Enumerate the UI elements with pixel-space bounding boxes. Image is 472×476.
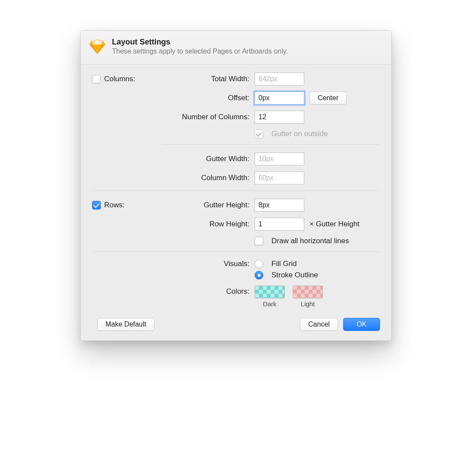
- layout-settings-dialog: Layout Settings These settings apply to …: [80, 30, 392, 341]
- dialog-header: Layout Settings These settings apply to …: [81, 31, 391, 65]
- columns-section-label: Columns:: [104, 75, 135, 83]
- fill-grid-label: Fill Grid: [271, 260, 297, 268]
- dark-color-label: Dark: [263, 300, 277, 308]
- dialog-footer: Make Default Cancel OK: [92, 318, 380, 331]
- ok-button[interactable]: OK: [343, 318, 380, 331]
- row-height-label: Row Height:: [148, 220, 255, 228]
- total-width-field[interactable]: [255, 73, 304, 86]
- gutter-height-label: Gutter Height:: [148, 201, 255, 209]
- columns-checkbox[interactable]: [92, 75, 101, 83]
- dialog-title: Layout Settings: [112, 38, 288, 47]
- colors-label: Colors:: [148, 286, 255, 296]
- offset-label: Offset:: [148, 94, 255, 102]
- cancel-button[interactable]: Cancel: [300, 318, 338, 331]
- num-columns-label: Number of Columns:: [148, 113, 255, 121]
- center-button[interactable]: Center: [309, 92, 347, 105]
- divider: [92, 190, 380, 191]
- row-height-field[interactable]: [255, 218, 304, 231]
- gutter-height-field[interactable]: [255, 199, 304, 212]
- draw-all-lines-checkbox[interactable]: [255, 237, 263, 245]
- rows-checkbox[interactable]: [92, 201, 101, 209]
- stroke-outline-radio[interactable]: [255, 271, 263, 279]
- rows-section-label: Rows:: [104, 201, 124, 209]
- make-default-button[interactable]: Make Default: [97, 318, 154, 331]
- light-color-swatch[interactable]: [293, 286, 323, 298]
- light-color-label: Light: [301, 300, 315, 308]
- dialog-subtitle: These settings apply to selected Pages o…: [112, 48, 288, 55]
- row-height-suffix: × Gutter Height: [309, 220, 360, 228]
- offset-field[interactable]: [255, 92, 304, 105]
- divider: [92, 251, 380, 252]
- num-columns-field[interactable]: [255, 111, 304, 124]
- total-width-label: Total Width:: [148, 75, 255, 83]
- dialog-content: Columns: Total Width: Offset: Center Num…: [81, 65, 391, 340]
- column-width-field[interactable]: [255, 171, 304, 184]
- gutter-outside-label: Gutter on outside: [271, 130, 328, 138]
- header-text: Layout Settings These settings apply to …: [112, 38, 288, 55]
- gutter-outside-checkbox[interactable]: [255, 130, 263, 138]
- dark-color-swatch[interactable]: [255, 286, 285, 298]
- divider: [161, 144, 380, 145]
- draw-all-lines-label: Draw all horizontal lines: [271, 237, 349, 245]
- gutter-width-field[interactable]: [255, 152, 304, 165]
- visuals-label: Visuals:: [148, 260, 255, 268]
- column-width-label: Column Width:: [148, 174, 255, 182]
- sketch-app-icon: [89, 38, 106, 57]
- gutter-width-label: Gutter Width:: [148, 155, 255, 163]
- fill-grid-radio[interactable]: [255, 260, 263, 268]
- stroke-outline-label: Stroke Outline: [271, 271, 318, 279]
